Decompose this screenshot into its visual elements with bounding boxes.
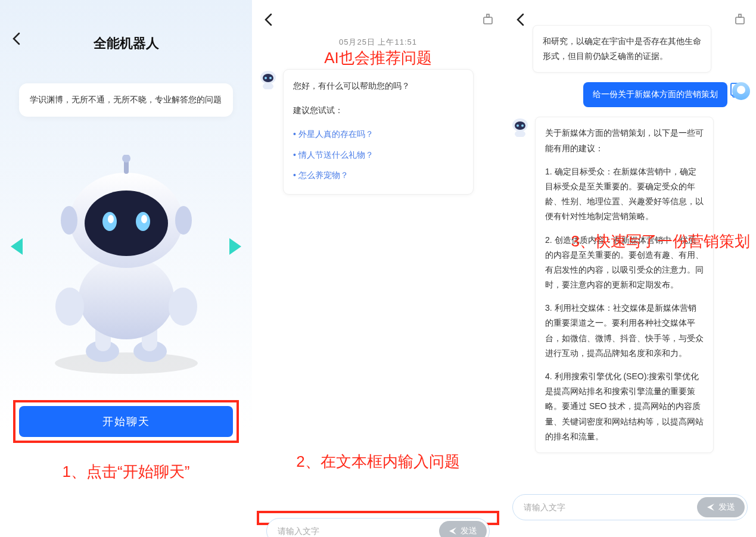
svg-point-5 — [79, 256, 174, 339]
svg-point-16 — [61, 206, 77, 235]
user-message-row: 给一份关于新媒体方面的营销策划 — [510, 82, 750, 107]
svg-point-22 — [265, 77, 267, 79]
carousel-next-icon[interactable] — [229, 238, 241, 255]
svg-point-23 — [269, 77, 272, 79]
svg-point-30 — [521, 124, 524, 127]
send-label: 发送 — [718, 502, 735, 513]
start-button-highlight: 开始聊天 — [13, 400, 239, 443]
message-input-bar: 发送 — [266, 518, 490, 537]
svg-point-6 — [55, 288, 84, 326]
carousel-prev-icon[interactable] — [11, 238, 23, 255]
svg-rect-18 — [484, 17, 492, 24]
ai-message-row: 关于新媒体方面的营销策划，以下是一些可能有用的建议： 1. 确定目标受众：在新媒… — [510, 117, 750, 453]
send-button[interactable]: 发送 — [697, 497, 745, 517]
ai-response-intro: 关于新媒体方面的营销策划，以下是一些可能有用的建议： — [545, 126, 704, 155]
send-button[interactable]: 发送 — [439, 521, 487, 537]
back-button[interactable] — [259, 11, 277, 29]
ai-response-point: 4. 利用搜索引擎优化 (SEO):搜索引擎优化是提高网站排名和搜索引擎流量的重… — [545, 369, 704, 444]
intro-screen: 全能机器人 学识渊博，无所不通，无所不晓，专业解答您的问题 — [0, 0, 252, 537]
greeting-text: 您好，有什么可以帮助您的吗？ — [293, 78, 463, 94]
start-chat-button[interactable]: 开始聊天 — [19, 406, 233, 437]
svg-rect-25 — [736, 17, 744, 24]
timestamp: 05月25日 上午11:51 — [252, 37, 504, 48]
user-message-bubble: 给一份关于新媒体方面的营销策划 — [583, 82, 727, 107]
chat-suggestion-screen: 05月25日 上午11:51 AI也会推荐问题 您好，有什么可以帮助您的吗？ 建… — [252, 0, 504, 537]
ai-response-point: 1. 确定目标受众：在新媒体营销中，确定目标受众是至关重要的。要确定受众的年龄、… — [545, 164, 704, 224]
svg-point-15 — [122, 155, 130, 163]
description-card: 学识渊博，无所不通，无所不晓，专业解答您的问题 — [19, 83, 233, 117]
svg-point-13 — [141, 215, 147, 223]
svg-point-29 — [517, 124, 519, 127]
page-title: 全能机器人 — [0, 35, 252, 52]
svg-point-17 — [175, 206, 192, 235]
svg-rect-26 — [739, 14, 741, 17]
user-avatar-icon — [732, 82, 750, 100]
ai-response-bubble: 关于新媒体方面的营销策划，以下是一些可能有用的建议： 1. 确定目标受众：在新媒… — [535, 117, 714, 453]
chat-scroll-area[interactable]: 和研究，以确定在宇宙中是否存在其他生命形式，但目前仍缺乏确凿的证据。 给一份关于… — [504, 25, 756, 489]
suggestion-item[interactable]: 情人节送什么礼物？ — [293, 145, 463, 166]
svg-point-9 — [85, 191, 168, 256]
bot-avatar-icon — [258, 69, 278, 89]
svg-point-28 — [515, 121, 525, 130]
ai-response-point: 3. 利用社交媒体：社交媒体是新媒体营销的重要渠道之一。要利用各种社交媒体平台，… — [545, 301, 704, 361]
svg-point-7 — [169, 288, 197, 326]
suggestion-item[interactable]: 外星人真的存在吗？ — [293, 124, 463, 145]
ai-message-row: 您好，有什么可以帮助您的吗？ 建议您试试： 外星人真的存在吗？ 情人节送什么礼物… — [258, 69, 474, 195]
message-input[interactable] — [524, 502, 692, 512]
try-label: 建议您试试： — [293, 102, 463, 118]
input-highlight: 发送 — [257, 511, 499, 525]
header-action-icon[interactable] — [479, 10, 497, 27]
svg-point-12 — [108, 215, 114, 223]
suggestion-item[interactable]: 怎么养宠物？ — [293, 165, 463, 186]
annotation-step2: 2、在文本框内输入问题 — [252, 451, 504, 472]
robot-illustration — [37, 155, 216, 375]
send-label: 发送 — [461, 526, 477, 536]
svg-point-31 — [515, 130, 525, 137]
ai-greeting-bubble: 您好，有什么可以帮助您的吗？ 建议您试试： 外星人真的存在吗？ 情人节送什么礼物… — [283, 69, 474, 195]
svg-point-24 — [263, 83, 273, 89]
send-icon — [707, 503, 715, 511]
chat-response-screen: 和研究，以确定在宇宙中是否存在其他生命形式，但目前仍缺乏确凿的证据。 给一份关于… — [504, 0, 756, 537]
svg-rect-19 — [487, 14, 489, 17]
ai-message-bubble: 和研究，以确定在宇宙中是否存在其他生命形式，但目前仍缺乏确凿的证据。 — [533, 25, 711, 73]
message-input-bar: 发送 — [512, 494, 748, 520]
bot-avatar-icon — [510, 117, 530, 137]
annotation-step3: 3、快速写了一份营销策划 — [571, 231, 750, 252]
annotation-suggestions: AI也会推荐问题 — [252, 48, 504, 68]
send-icon — [449, 527, 457, 535]
svg-point-0 — [55, 352, 198, 374]
svg-point-21 — [263, 74, 273, 82]
annotation-step1: 1、点击“开始聊天” — [0, 461, 252, 482]
message-input[interactable] — [278, 526, 434, 536]
